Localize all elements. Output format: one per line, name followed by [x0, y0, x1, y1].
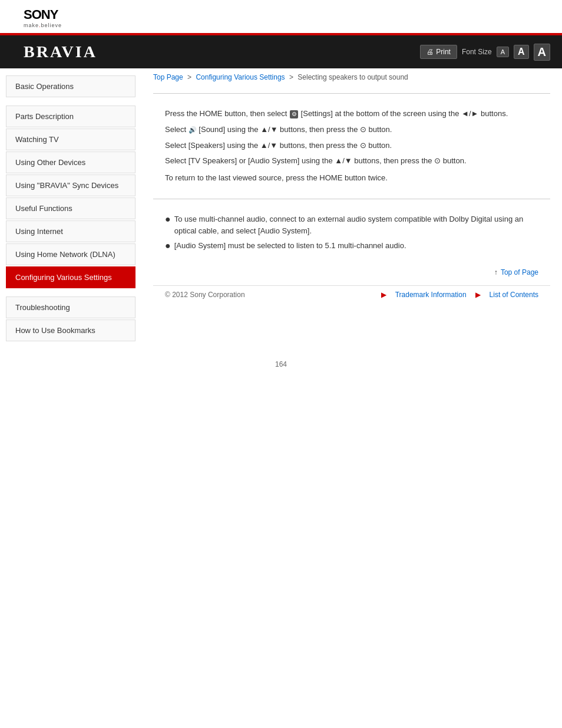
sidebar-separator-2 — [0, 289, 141, 295]
sidebar-item-useful-functions[interactable]: Useful Functions — [6, 197, 135, 219]
content-steps: Press the HOME button, then select ⚙ [Se… — [153, 98, 550, 194]
breadcrumb-sep-2: > — [289, 73, 293, 81]
page-number: 164 — [0, 348, 562, 374]
content-area: Top Page > Configuring Various Settings … — [141, 68, 562, 348]
trademark-link[interactable]: Trademark Information — [395, 291, 467, 299]
sound-icon: 🔊 — [189, 126, 197, 133]
top-of-page: ↑ Top of Page — [153, 262, 550, 279]
sony-tagline: make.believe — [24, 22, 538, 28]
sidebar-item-using-internet[interactable]: Using Internet — [6, 220, 135, 242]
breadcrumb: Top Page > Configuring Various Settings … — [153, 68, 550, 88]
sidebar-item-bravia-sync[interactable]: Using "BRAVIA" Sync Devices — [6, 174, 135, 196]
font-large-button[interactable]: A — [534, 44, 550, 61]
sidebar-item-troubleshooting[interactable]: Troubleshooting — [6, 297, 135, 318]
print-icon: 🖨 — [427, 48, 434, 56]
note-2: ● [Audio System] must be selected to lis… — [165, 240, 538, 253]
sidebar-item-configuring-settings[interactable]: Configuring Various Settings — [6, 266, 135, 288]
font-small-button[interactable]: A — [497, 47, 509, 57]
main-layout: Basic Operations Parts Description Watch… — [0, 68, 562, 348]
banner: BRAVIA 🖨 Print Font Size A A A — [0, 33, 562, 68]
step-2: Select 🔊 [Sound] using the ▲/▼ buttons, … — [165, 124, 538, 136]
trademark-arrow-icon: ▶ — [381, 291, 386, 299]
banner-controls: 🖨 Print Font Size A A A — [420, 44, 562, 61]
note-1: ● To use multi-channel audio, connect to… — [165, 213, 538, 236]
breadcrumb-top-link[interactable]: Top Page — [153, 73, 183, 81]
sony-logo: SONY — [24, 7, 538, 22]
breadcrumb-section-link[interactable]: Configuring Various Settings — [196, 73, 285, 81]
step-3: Select [Speakers] using the ▲/▼ buttons,… — [165, 140, 538, 152]
divider-1 — [153, 93, 550, 94]
print-button[interactable]: 🖨 Print — [420, 45, 457, 59]
list-arrow-icon: ▶ — [475, 291, 481, 299]
sidebar-item-basic-operations[interactable]: Basic Operations — [6, 75, 135, 97]
step-4: Select [TV Speakers] or [Audio System] u… — [165, 155, 538, 167]
breadcrumb-sep-1: > — [187, 73, 191, 81]
settings-icon: ⚙ — [290, 110, 298, 118]
sidebar-item-watching-tv[interactable]: Watching TV — [6, 129, 135, 150]
notes-section: ● To use multi-channel audio, connect to… — [153, 204, 550, 262]
divider-2 — [153, 199, 550, 199]
top-of-page-link[interactable]: Top of Page — [501, 268, 538, 276]
list-of-contents-link[interactable]: List of Contents — [490, 291, 538, 299]
footer-links: ▶ Trademark Information ▶ List of Conten… — [381, 291, 538, 299]
bullet-icon-2: ● — [165, 239, 171, 253]
font-medium-button[interactable]: A — [514, 45, 529, 59]
sidebar-separator-1 — [0, 98, 141, 104]
header: SONY make.believe — [0, 0, 562, 33]
step-1: Press the HOME button, then select ⚙ [Se… — [165, 108, 538, 120]
copyright-text: © 2012 Sony Corporation — [165, 291, 245, 299]
bullet-icon-1: ● — [165, 212, 171, 226]
sidebar: Basic Operations Parts Description Watch… — [0, 68, 141, 348]
sidebar-item-parts-description[interactable]: Parts Description — [6, 106, 135, 127]
footer: © 2012 Sony Corporation ▶ Trademark Info… — [153, 285, 550, 304]
sidebar-item-using-other-devices[interactable]: Using Other Devices — [6, 151, 135, 173]
dot-icon: . — [39, 22, 41, 28]
sidebar-item-home-network[interactable]: Using Home Network (DLNA) — [6, 243, 135, 265]
breadcrumb-current: Selecting speakers to output sound — [297, 73, 408, 81]
up-arrow-icon: ↑ — [494, 268, 498, 276]
banner-title: BRAVIA — [0, 42, 97, 61]
return-text: To return to the last viewed source, pre… — [165, 173, 538, 182]
font-size-label: Font Size — [462, 48, 492, 56]
sidebar-item-bookmarks[interactable]: How to Use Bookmarks — [6, 319, 135, 341]
